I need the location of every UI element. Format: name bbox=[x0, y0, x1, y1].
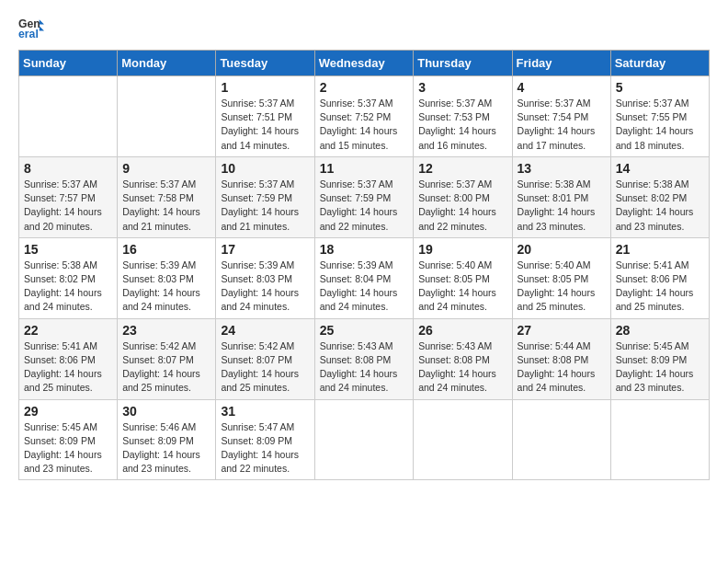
day-number: 17 bbox=[221, 242, 309, 257]
calendar-cell: 29Sunrise: 5:45 AMSunset: 8:09 PMDayligh… bbox=[19, 399, 118, 480]
day-number: 20 bbox=[518, 242, 606, 257]
calendar-cell bbox=[512, 399, 610, 480]
calendar-cell: 17Sunrise: 5:39 AMSunset: 8:03 PMDayligh… bbox=[216, 237, 314, 318]
day-number: 18 bbox=[320, 242, 409, 257]
day-number: 31 bbox=[221, 404, 309, 419]
calendar-week-1: 1Sunrise: 5:37 AMSunset: 7:51 PMDaylight… bbox=[19, 76, 710, 157]
day-number: 29 bbox=[24, 404, 112, 419]
day-number: 8 bbox=[24, 161, 112, 176]
weekday-header-wednesday: Wednesday bbox=[314, 51, 414, 76]
weekday-header-sunday: Sunday bbox=[19, 51, 118, 76]
day-number: 4 bbox=[518, 80, 606, 95]
calendar-cell: 11Sunrise: 5:37 AMSunset: 7:59 PMDayligh… bbox=[314, 156, 414, 237]
calendar-cell: 19Sunrise: 5:40 AMSunset: 8:05 PMDayligh… bbox=[414, 237, 512, 318]
day-number: 10 bbox=[221, 161, 309, 176]
calendar-cell: 15Sunrise: 5:38 AMSunset: 8:02 PMDayligh… bbox=[19, 237, 118, 318]
day-info: Sunrise: 5:37 AMSunset: 7:59 PMDaylight:… bbox=[221, 178, 309, 234]
calendar-cell: 16Sunrise: 5:39 AMSunset: 8:03 PMDayligh… bbox=[118, 237, 216, 318]
day-info: Sunrise: 5:37 AMSunset: 7:55 PMDaylight:… bbox=[616, 97, 704, 153]
day-info: Sunrise: 5:41 AMSunset: 8:06 PMDaylight:… bbox=[24, 339, 112, 396]
calendar-cell bbox=[610, 399, 709, 480]
day-number: 30 bbox=[122, 404, 210, 419]
day-number: 2 bbox=[320, 80, 409, 95]
day-number: 13 bbox=[518, 161, 606, 176]
calendar-cell bbox=[414, 399, 512, 480]
day-info: Sunrise: 5:37 AMSunset: 7:57 PMDaylight:… bbox=[24, 178, 112, 234]
day-number: 19 bbox=[418, 242, 506, 257]
calendar-cell: 18Sunrise: 5:39 AMSunset: 8:04 PMDayligh… bbox=[314, 237, 414, 318]
weekday-header-friday: Friday bbox=[512, 51, 610, 76]
day-number: 14 bbox=[616, 161, 704, 176]
calendar-cell: 12Sunrise: 5:37 AMSunset: 8:00 PMDayligh… bbox=[414, 156, 512, 237]
day-info: Sunrise: 5:46 AMSunset: 8:09 PMDaylight:… bbox=[122, 420, 210, 477]
day-info: Sunrise: 5:41 AMSunset: 8:06 PMDaylight:… bbox=[616, 259, 704, 315]
calendar-week-2: 8Sunrise: 5:37 AMSunset: 7:57 PMDaylight… bbox=[19, 156, 710, 237]
day-info: Sunrise: 5:40 AMSunset: 8:05 PMDaylight:… bbox=[418, 259, 506, 315]
day-number: 25 bbox=[320, 323, 409, 338]
calendar-cell: 25Sunrise: 5:43 AMSunset: 8:08 PMDayligh… bbox=[314, 318, 414, 399]
calendar-cell: 26Sunrise: 5:43 AMSunset: 8:08 PMDayligh… bbox=[414, 318, 512, 399]
day-info: Sunrise: 5:45 AMSunset: 8:09 PMDaylight:… bbox=[616, 339, 704, 396]
day-number: 11 bbox=[320, 161, 409, 176]
day-info: Sunrise: 5:39 AMSunset: 8:04 PMDaylight:… bbox=[320, 259, 409, 315]
calendar-cell: 21Sunrise: 5:41 AMSunset: 8:06 PMDayligh… bbox=[610, 237, 709, 318]
day-info: Sunrise: 5:40 AMSunset: 8:05 PMDaylight:… bbox=[518, 259, 606, 315]
calendar-cell: 13Sunrise: 5:38 AMSunset: 8:01 PMDayligh… bbox=[512, 156, 610, 237]
calendar-week-3: 15Sunrise: 5:38 AMSunset: 8:02 PMDayligh… bbox=[19, 237, 710, 318]
day-info: Sunrise: 5:37 AMSunset: 8:00 PMDaylight:… bbox=[418, 178, 506, 234]
calendar-cell: 24Sunrise: 5:42 AMSunset: 8:07 PMDayligh… bbox=[216, 318, 314, 399]
day-number: 16 bbox=[122, 242, 210, 257]
day-number: 27 bbox=[518, 323, 606, 338]
day-number: 23 bbox=[122, 323, 210, 338]
day-number: 3 bbox=[418, 80, 506, 95]
calendar-week-5: 29Sunrise: 5:45 AMSunset: 8:09 PMDayligh… bbox=[19, 399, 710, 480]
day-info: Sunrise: 5:37 AMSunset: 7:53 PMDaylight:… bbox=[418, 97, 506, 153]
day-info: Sunrise: 5:42 AMSunset: 8:07 PMDaylight:… bbox=[221, 339, 309, 396]
calendar-cell: 28Sunrise: 5:45 AMSunset: 8:09 PMDayligh… bbox=[610, 318, 709, 399]
day-info: Sunrise: 5:38 AMSunset: 8:01 PMDaylight:… bbox=[518, 178, 606, 234]
calendar-cell: 20Sunrise: 5:40 AMSunset: 8:05 PMDayligh… bbox=[512, 237, 610, 318]
calendar-cell: 31Sunrise: 5:47 AMSunset: 8:09 PMDayligh… bbox=[216, 399, 314, 480]
calendar-cell bbox=[19, 76, 118, 157]
day-number: 22 bbox=[24, 323, 112, 338]
day-number: 26 bbox=[418, 323, 506, 338]
day-info: Sunrise: 5:37 AMSunset: 7:58 PMDaylight:… bbox=[122, 178, 210, 234]
logo-icon: Gen eral bbox=[18, 15, 44, 40]
day-info: Sunrise: 5:38 AMSunset: 8:02 PMDaylight:… bbox=[24, 259, 112, 315]
calendar-body: 1Sunrise: 5:37 AMSunset: 7:51 PMDaylight… bbox=[19, 76, 710, 480]
calendar-cell bbox=[118, 76, 216, 157]
day-number: 9 bbox=[122, 161, 210, 176]
calendar-cell: 10Sunrise: 5:37 AMSunset: 7:59 PMDayligh… bbox=[216, 156, 314, 237]
svg-text:eral: eral bbox=[18, 28, 39, 40]
calendar-cell: 22Sunrise: 5:41 AMSunset: 8:06 PMDayligh… bbox=[19, 318, 118, 399]
day-number: 28 bbox=[616, 323, 704, 338]
calendar-cell: 27Sunrise: 5:44 AMSunset: 8:08 PMDayligh… bbox=[512, 318, 610, 399]
header: Gen eral bbox=[18, 15, 710, 40]
logo: Gen eral bbox=[18, 15, 48, 40]
day-number: 24 bbox=[221, 323, 309, 338]
day-info: Sunrise: 5:43 AMSunset: 8:08 PMDaylight:… bbox=[418, 339, 506, 396]
calendar-header-row: SundayMondayTuesdayWednesdayThursdayFrid… bbox=[19, 51, 710, 76]
svg-marker-3 bbox=[40, 26, 44, 30]
calendar: SundayMondayTuesdayWednesdayThursdayFrid… bbox=[18, 50, 710, 480]
weekday-header-saturday: Saturday bbox=[610, 51, 709, 76]
day-info: Sunrise: 5:45 AMSunset: 8:09 PMDaylight:… bbox=[24, 420, 112, 477]
weekday-header-tuesday: Tuesday bbox=[216, 51, 314, 76]
day-info: Sunrise: 5:39 AMSunset: 8:03 PMDaylight:… bbox=[221, 259, 309, 315]
day-info: Sunrise: 5:42 AMSunset: 8:07 PMDaylight:… bbox=[122, 339, 210, 396]
calendar-cell: 1Sunrise: 5:37 AMSunset: 7:51 PMDaylight… bbox=[216, 76, 314, 157]
weekday-header-thursday: Thursday bbox=[414, 51, 512, 76]
day-number: 12 bbox=[418, 161, 506, 176]
calendar-cell: 3Sunrise: 5:37 AMSunset: 7:53 PMDaylight… bbox=[414, 76, 512, 157]
calendar-cell: 5Sunrise: 5:37 AMSunset: 7:55 PMDaylight… bbox=[610, 76, 709, 157]
calendar-cell bbox=[314, 399, 414, 480]
calendar-cell: 9Sunrise: 5:37 AMSunset: 7:58 PMDaylight… bbox=[118, 156, 216, 237]
calendar-cell: 8Sunrise: 5:37 AMSunset: 7:57 PMDaylight… bbox=[19, 156, 118, 237]
day-number: 21 bbox=[616, 242, 704, 257]
calendar-week-4: 22Sunrise: 5:41 AMSunset: 8:06 PMDayligh… bbox=[19, 318, 710, 399]
day-info: Sunrise: 5:44 AMSunset: 8:08 PMDaylight:… bbox=[518, 339, 606, 396]
day-info: Sunrise: 5:37 AMSunset: 7:59 PMDaylight:… bbox=[320, 178, 409, 234]
day-info: Sunrise: 5:39 AMSunset: 8:03 PMDaylight:… bbox=[122, 259, 210, 315]
day-number: 1 bbox=[221, 80, 309, 95]
day-info: Sunrise: 5:38 AMSunset: 8:02 PMDaylight:… bbox=[616, 178, 704, 234]
